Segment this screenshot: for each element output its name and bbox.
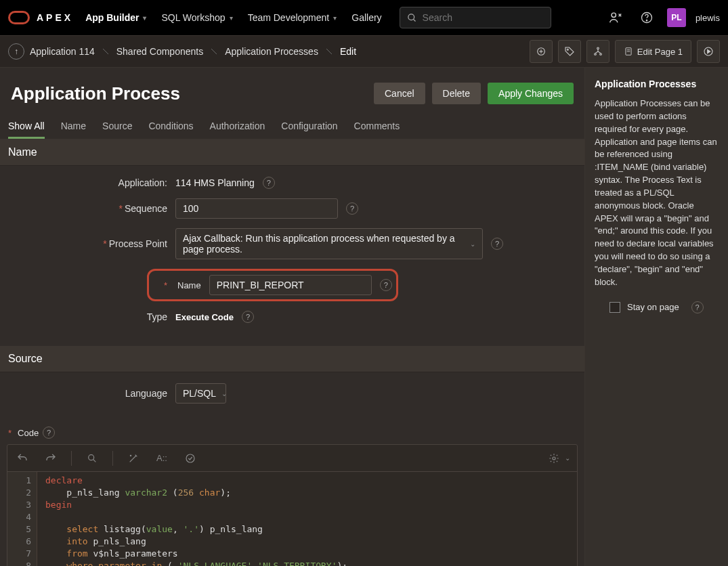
- process-point-label: Process Point: [109, 238, 167, 249]
- nav-app-builder[interactable]: App Builder▾: [83, 8, 149, 27]
- edit-page-button[interactable]: Edit Page 1: [615, 40, 691, 63]
- apply-changes-button[interactable]: Apply Changes: [488, 83, 574, 104]
- help-icon[interactable]: ?: [43, 427, 55, 439]
- page-title: Application Process: [11, 83, 180, 104]
- search-input[interactable]: [423, 12, 544, 23]
- tree-icon[interactable]: [586, 40, 609, 63]
- main-content: Application Process Cancel Delete Apply …: [0, 68, 584, 566]
- crumb-actions: Edit Page 1: [530, 40, 720, 63]
- nav-gallery[interactable]: Gallery: [349, 8, 384, 27]
- name-input[interactable]: [209, 275, 372, 295]
- help-icon[interactable]: ?: [691, 301, 704, 313]
- crumb-sep: ⟍: [209, 45, 219, 58]
- stay-on-page-checkbox[interactable]: [609, 302, 620, 313]
- application-value: 114 HMS Planning: [175, 177, 255, 188]
- undo-icon[interactable]: [14, 450, 30, 466]
- sidebar-title: Application Processes: [595, 79, 719, 89]
- delete-button[interactable]: Delete: [432, 83, 481, 104]
- help-icon[interactable]: ?: [263, 177, 275, 189]
- help-sidebar: Application Processes Application Proces…: [584, 68, 728, 566]
- wand-icon[interactable]: [125, 450, 142, 466]
- oracle-ring-icon: [8, 11, 30, 24]
- svg-point-18: [130, 455, 131, 456]
- tab-conditions[interactable]: Conditions: [148, 115, 193, 139]
- help-icon[interactable]: ?: [242, 311, 254, 323]
- svg-point-2: [612, 13, 616, 17]
- help-icon[interactable]: [636, 7, 658, 28]
- svg-point-8: [567, 49, 568, 50]
- svg-point-0: [408, 14, 414, 20]
- code-toolbar: A:: ⌄: [7, 445, 577, 472]
- section-source-header: Source: [0, 346, 584, 372]
- svg-point-10: [594, 53, 596, 56]
- tab-source[interactable]: Source: [102, 115, 132, 139]
- tag-icon[interactable]: [558, 40, 581, 63]
- help-icon[interactable]: ?: [380, 279, 392, 291]
- avatar[interactable]: PL: [667, 8, 686, 27]
- breadcrumb-bar: ↑ Application 114 ⟍ Shared Components ⟍ …: [0, 35, 728, 68]
- create-icon[interactable]: [530, 40, 553, 63]
- crumb-shared[interactable]: Shared Components: [116, 46, 203, 57]
- find-icon[interactable]: [84, 450, 100, 466]
- admin-icon[interactable]: [605, 7, 626, 28]
- search-icon: [407, 13, 417, 23]
- redo-icon[interactable]: [43, 450, 59, 466]
- crumb-sep: ⟍: [100, 45, 111, 58]
- tab-configuration[interactable]: Configuration: [281, 115, 337, 139]
- code-editor[interactable]: A:: ⌄ 123456789 declare p_nls_lang varch…: [7, 444, 578, 566]
- settings-icon[interactable]: [546, 450, 562, 466]
- crumb-processes[interactable]: Application Processes: [225, 46, 318, 57]
- svg-point-11: [599, 53, 601, 56]
- language-select[interactable]: PL/SQL ⌄: [175, 383, 226, 404]
- autocomplete-icon[interactable]: A::: [154, 450, 170, 466]
- crumb-app[interactable]: Application 114: [30, 46, 95, 57]
- type-value: Execute Code: [175, 312, 234, 322]
- chevron-down-icon: ⌄: [470, 240, 475, 248]
- sidebar-body: Application Processes can be used to per…: [595, 97, 719, 289]
- tab-authorization[interactable]: Authorization: [210, 115, 265, 139]
- name-label-visible: Name: [177, 280, 201, 290]
- chevron-down-icon: ▾: [143, 14, 146, 22]
- top-nav: APEX App Builder▾ SQL Workshop▾ Team Dev…: [0, 0, 728, 35]
- section-name-header: Name: [0, 139, 584, 166]
- tab-show-all[interactable]: Show All: [8, 115, 45, 139]
- chevron-down-icon: ▾: [333, 14, 337, 22]
- brand-logo: APEX: [8, 11, 73, 24]
- svg-point-16: [89, 454, 94, 460]
- nav-sql-workshop[interactable]: SQL Workshop▾: [158, 8, 235, 27]
- svg-line-17: [93, 459, 96, 462]
- tab-comments[interactable]: Comments: [354, 115, 400, 139]
- run-button[interactable]: [697, 40, 720, 63]
- name-highlighted-field: *Name Name ?: [147, 269, 398, 301]
- help-icon[interactable]: ?: [491, 238, 503, 250]
- svg-point-19: [186, 454, 194, 462]
- type-label: Type: [8, 311, 167, 322]
- code-label: Code: [18, 428, 39, 438]
- title-row: Application Process Cancel Delete Apply …: [0, 68, 584, 115]
- crumb-edit: Edit: [340, 46, 356, 57]
- line-gutter: 123456789: [7, 472, 37, 566]
- global-search[interactable]: [400, 7, 551, 28]
- cancel-button[interactable]: Cancel: [374, 83, 425, 104]
- crumb-sep: ⟍: [324, 45, 335, 58]
- help-icon[interactable]: ?: [346, 202, 358, 215]
- application-label: Application:: [8, 177, 167, 188]
- tab-name[interactable]: Name: [61, 115, 86, 139]
- sequence-input[interactable]: [175, 198, 338, 219]
- svg-point-9: [597, 47, 599, 49]
- language-label: Language: [8, 388, 167, 399]
- chevron-down-icon: ⌄: [221, 390, 227, 397]
- stay-on-page-label: Stay on page: [627, 302, 679, 312]
- brand-text: APEX: [37, 12, 73, 23]
- svg-point-4: [646, 20, 647, 21]
- sequence-label: Sequence: [125, 203, 167, 214]
- process-point-select[interactable]: Ajax Callback: Run this application proc…: [175, 228, 483, 259]
- up-button[interactable]: ↑: [8, 43, 24, 60]
- username: plewis: [695, 13, 720, 23]
- code-lines[interactable]: declare p_nls_lang varchar2 (256 char); …: [37, 472, 577, 566]
- validate-icon[interactable]: [182, 450, 198, 466]
- svg-point-20: [553, 457, 555, 460]
- top-right: PL plewis: [605, 7, 720, 28]
- nav-team-dev[interactable]: Team Development▾: [245, 8, 340, 27]
- chevron-down-icon: ▾: [230, 14, 233, 22]
